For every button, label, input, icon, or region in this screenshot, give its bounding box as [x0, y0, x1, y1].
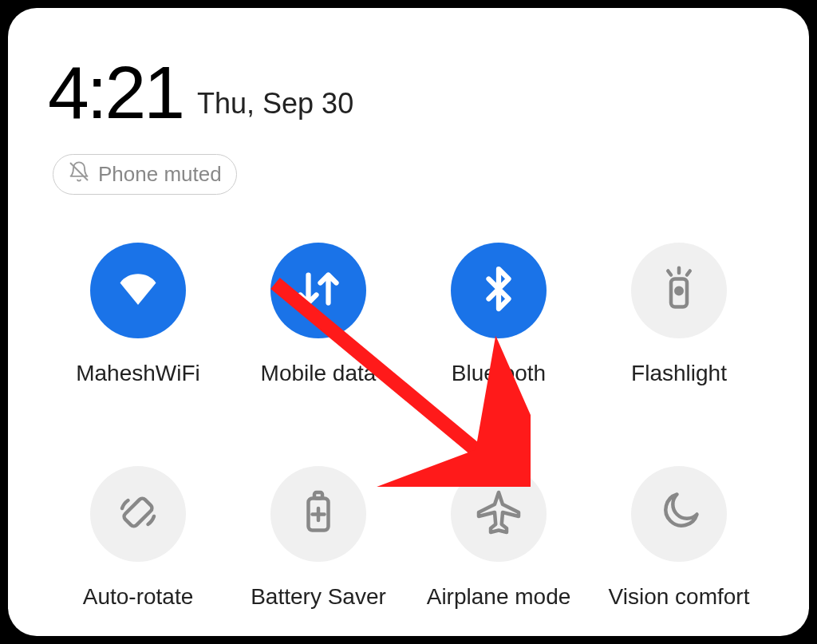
phone-muted-label: Phone muted — [98, 162, 222, 187]
flashlight-icon — [655, 265, 703, 316]
battery-saver-icon — [294, 488, 342, 539]
clock-date: Thu, Sep 30 — [197, 87, 353, 121]
auto-rotate-toggle[interactable] — [90, 466, 186, 562]
tile-label: Mobile data — [261, 361, 377, 386]
bluetooth-toggle[interactable] — [451, 243, 547, 338]
airplane-icon — [475, 488, 523, 539]
tile-vision-comfort: Vision comfort — [605, 466, 753, 610]
flashlight-toggle[interactable] — [631, 243, 727, 338]
quick-settings-grid: MaheshWiFi Mobile data — [48, 243, 769, 610]
tile-label: MaheshWiFi — [76, 361, 200, 386]
tile-mobile-data: Mobile data — [244, 243, 393, 386]
tile-label: Flashlight — [631, 361, 727, 386]
tile-label: Vision comfort — [609, 584, 750, 610]
wifi-toggle[interactable] — [90, 243, 186, 338]
auto-rotate-icon — [114, 488, 162, 539]
tile-battery-saver: Battery Saver — [244, 466, 393, 610]
battery-saver-toggle[interactable] — [270, 466, 366, 562]
tile-flashlight: Flashlight — [605, 243, 753, 386]
svg-rect-8 — [314, 492, 322, 499]
notification-quick-settings-panel: 4:21 Thu, Sep 30 Phone muted MaheshWiFi — [8, 8, 809, 636]
wifi-icon — [114, 265, 162, 316]
header-row: 4:21 Thu, Sep 30 — [48, 56, 769, 130]
tile-auto-rotate: Auto-rotate — [64, 466, 212, 610]
tile-label: Battery Saver — [251, 584, 386, 610]
tile-label: Bluetooth — [452, 361, 546, 386]
moon-icon — [655, 488, 703, 539]
clock-time: 4:21 — [48, 56, 183, 130]
phone-muted-chip[interactable]: Phone muted — [53, 154, 237, 195]
tile-label: Auto-rotate — [83, 584, 194, 610]
mobile-data-toggle[interactable] — [270, 243, 366, 338]
tile-label: Airplane mode — [427, 584, 571, 610]
bluetooth-icon — [475, 265, 523, 316]
vision-comfort-toggle[interactable] — [631, 466, 727, 562]
tile-bluetooth: Bluetooth — [424, 243, 573, 386]
airplane-mode-toggle[interactable] — [451, 466, 547, 562]
svg-point-2 — [676, 288, 682, 294]
bell-off-icon — [68, 160, 90, 188]
tile-wifi: MaheshWiFi — [64, 243, 212, 386]
tile-airplane-mode: Airplane mode — [424, 466, 573, 610]
svg-line-5 — [687, 271, 690, 275]
mobile-data-icon — [294, 265, 342, 316]
svg-line-4 — [668, 271, 671, 275]
